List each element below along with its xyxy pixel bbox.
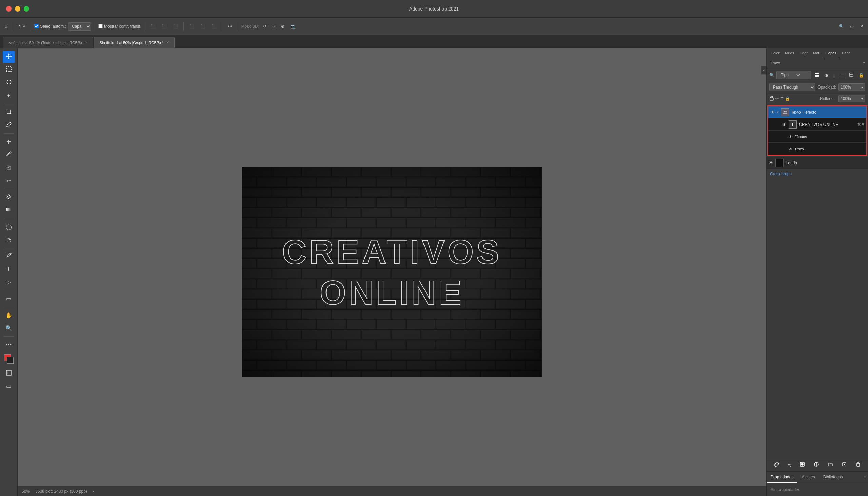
blur-tool[interactable]: ◯ bbox=[3, 220, 15, 233]
brush-tool[interactable] bbox=[3, 149, 15, 161]
panel-tab-muestras[interactable]: Mues bbox=[782, 48, 797, 58]
crop-tool[interactable] bbox=[3, 106, 15, 119]
lasso-tool[interactable] bbox=[3, 77, 15, 89]
tab-sintitulo[interactable]: Sin título–1 al 50% (Grupo 1, RGB/8) * ✕ bbox=[94, 37, 175, 48]
panel-tab-moti[interactable]: Moti bbox=[810, 48, 823, 58]
hand-tool[interactable]: ✋ bbox=[3, 309, 15, 321]
new-layer-btn[interactable] bbox=[839, 461, 849, 469]
dodge-tool[interactable]: ◔ bbox=[3, 233, 15, 246]
lock-transparent-btn[interactable] bbox=[769, 96, 774, 102]
panel-collapse-btn[interactable]: ›‹ bbox=[761, 66, 766, 75]
home-button[interactable]: ⌂ bbox=[3, 23, 9, 30]
layer-group-texto-efecto[interactable]: 👁 ▾ Texto + efecto bbox=[768, 106, 866, 119]
zoom-tool[interactable]: 🔍 bbox=[3, 322, 15, 334]
panel-more-btn[interactable]: ≡ bbox=[862, 58, 867, 68]
tab-neon-close[interactable]: ✕ bbox=[85, 41, 87, 44]
mostrar-transf-checkbox[interactable] bbox=[98, 24, 103, 29]
path-select-tool[interactable]: ▷ bbox=[3, 276, 15, 288]
history-tool[interactable]: ⤺ bbox=[3, 174, 15, 187]
more-tools-btn[interactable]: ••• bbox=[3, 339, 15, 351]
pen-tool[interactable] bbox=[3, 250, 15, 262]
align-bottom-btn[interactable]: ⬛ bbox=[171, 23, 180, 30]
magic-wand-tool[interactable]: ✦ bbox=[3, 90, 15, 102]
add-fx-btn[interactable]: fx bbox=[786, 462, 793, 468]
align-right-btn[interactable]: ⬛ bbox=[210, 23, 219, 30]
share-btn[interactable]: ↗ bbox=[858, 23, 865, 30]
add-adjustment-btn[interactable] bbox=[812, 461, 821, 469]
delete-layer-btn[interactable] bbox=[853, 461, 863, 469]
panel-tab-color[interactable]: Color bbox=[768, 48, 782, 58]
rotate3d-btn[interactable]: ↺ bbox=[261, 23, 269, 30]
filter-pixel-btn[interactable] bbox=[814, 72, 821, 79]
filter-type-select[interactable]: Tipo Nombre Efecto bbox=[779, 72, 801, 78]
lock-artboard-btn[interactable]: ⊡ bbox=[780, 96, 784, 101]
add-mask-btn[interactable] bbox=[798, 461, 807, 469]
layer-group-visibility[interactable]: 👁 bbox=[770, 110, 775, 115]
marquee-tool[interactable] bbox=[3, 64, 15, 76]
lock-image-btn[interactable]: ✏ bbox=[775, 96, 779, 101]
eyedropper-tool[interactable] bbox=[3, 119, 15, 131]
move-tool-btn[interactable]: ↖ ▾ bbox=[16, 23, 27, 30]
align-hcenter-btn[interactable]: ⬛ bbox=[198, 23, 208, 30]
filter-shape-btn[interactable]: ▭ bbox=[839, 72, 846, 78]
panel-tab-degr[interactable]: Degr bbox=[797, 48, 810, 58]
selec-autom-checkbox[interactable] bbox=[34, 24, 39, 29]
type-tool[interactable]: T bbox=[3, 263, 15, 275]
blend-mode-select[interactable]: Pass Through Normal Disolver Oscurecer M… bbox=[769, 83, 816, 91]
screen-mode-btn[interactable]: ▭ bbox=[3, 380, 15, 392]
filter-active-btn[interactable]: 🔒 bbox=[857, 72, 865, 78]
mostrar-transf-label[interactable]: Mostrar contr. transf. bbox=[98, 24, 141, 29]
layer-fondo-visibility[interactable]: 👁 bbox=[769, 160, 773, 166]
orbit3d-btn[interactable]: ○ bbox=[271, 23, 277, 30]
layers-search[interactable]: Tipo Nombre Efecto bbox=[776, 71, 811, 79]
eraser-tool[interactable] bbox=[3, 191, 15, 203]
more-options-btn[interactable]: ••• bbox=[226, 23, 234, 30]
layer-efectos[interactable]: 👁 Efectos bbox=[768, 130, 866, 143]
nav-arrow[interactable]: › bbox=[93, 489, 94, 494]
selec-autom-label[interactable]: Selec. autom.: bbox=[34, 24, 66, 29]
layer-fondo[interactable]: 👁 Fondo bbox=[767, 157, 868, 169]
layer-trazo-visibility[interactable]: 👁 bbox=[789, 147, 792, 151]
search-btn[interactable]: 🔍 bbox=[837, 23, 846, 30]
prop-tab-propiedades[interactable]: Propiedades bbox=[767, 472, 798, 483]
shape-tool[interactable]: ▭ bbox=[3, 292, 15, 305]
pan3d-btn[interactable]: ⊕ bbox=[279, 23, 287, 30]
clone-tool[interactable]: ⎘ bbox=[3, 161, 15, 174]
minimize-button[interactable] bbox=[15, 6, 20, 12]
panel-tab-capas[interactable]: Capas bbox=[823, 48, 839, 58]
layer-efectos-visibility[interactable]: 👁 bbox=[789, 135, 792, 139]
tab-sintitulo-close[interactable]: ✕ bbox=[166, 41, 169, 44]
new-group-btn[interactable] bbox=[825, 461, 835, 469]
close-button[interactable] bbox=[6, 6, 12, 12]
tab-neon[interactable]: Neón.psd al 50,4% (Texto + efectos, RGB/… bbox=[3, 37, 93, 48]
layer-text-creativos[interactable]: 👁 T CREATIVOS ONLINE fx ∨ bbox=[768, 119, 866, 130]
prop-tab-ajustes[interactable]: Ajustes bbox=[798, 472, 819, 483]
layer-group-expand[interactable]: ▾ bbox=[777, 110, 779, 114]
quick-mask-btn[interactable] bbox=[3, 367, 15, 379]
background-color[interactable] bbox=[7, 357, 14, 364]
fill-field[interactable]: 100% ▾ bbox=[838, 95, 865, 103]
layer-fx-label[interactable]: fx ∨ bbox=[857, 122, 864, 126]
align-left-btn[interactable]: ⬛ bbox=[187, 23, 196, 30]
prop-tab-bibliotecas[interactable]: Bibliotecas bbox=[819, 472, 847, 483]
lock-all-btn[interactable]: 🔒 bbox=[785, 96, 790, 101]
filter-adj-btn[interactable]: ◑ bbox=[823, 72, 829, 78]
move-tool[interactable] bbox=[3, 51, 15, 63]
layer-trazo[interactable]: 👁 Trazo bbox=[768, 143, 866, 155]
heal-tool[interactable]: ✚ bbox=[3, 136, 15, 148]
opacity-field[interactable]: 100% ▾ bbox=[838, 83, 865, 91]
canvas[interactable]: CREATIVOS ONLINE bbox=[242, 167, 542, 377]
properties-more-btn[interactable]: ≡ bbox=[862, 472, 868, 483]
workspace-btn[interactable]: ▭ bbox=[848, 23, 856, 30]
panel-tab-canal[interactable]: Cana bbox=[839, 48, 853, 58]
filter-smart-btn[interactable] bbox=[848, 72, 855, 79]
crear-grupo-link[interactable]: Crear grupo bbox=[767, 169, 868, 179]
capa-select[interactable]: Capa Grupo bbox=[68, 22, 91, 31]
link-layers-btn[interactable] bbox=[772, 461, 781, 469]
layer-text-visibility[interactable]: 👁 bbox=[782, 122, 787, 127]
align-top-btn[interactable]: ⬛ bbox=[148, 23, 158, 30]
align-vcenter-btn[interactable]: ⬛ bbox=[160, 23, 169, 30]
camera3d-btn[interactable]: 📷 bbox=[289, 23, 298, 30]
filter-type-btn[interactable]: T bbox=[831, 72, 837, 78]
maximize-button[interactable] bbox=[24, 6, 29, 12]
